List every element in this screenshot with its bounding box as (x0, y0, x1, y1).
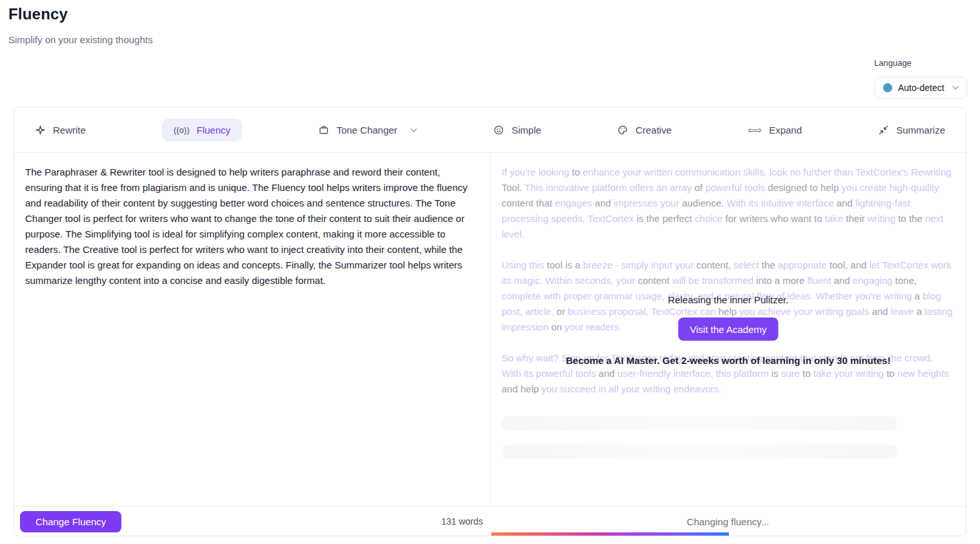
footer-left: Change Fluency 131 words (14, 507, 490, 536)
tab-creative[interactable]: Creative (617, 125, 671, 136)
tab-tone-changer[interactable]: Tone Changer (318, 125, 417, 136)
source-text: The Paraphraser & Rewriter tool is desig… (25, 166, 467, 286)
card-footer: Change Fluency 131 words Changing fluenc… (14, 506, 966, 536)
source-text-editor[interactable]: The Paraphraser & Rewriter tool is desig… (14, 153, 490, 506)
tab-simple[interactable]: Simple (493, 125, 541, 136)
output-panel: If you're looking to enhance your writte… (490, 153, 966, 506)
tab-expand[interactable]: ⇦⇨ Expand (748, 125, 802, 136)
tab-label: Tone Changer (336, 125, 397, 136)
page-title: Fluency (8, 5, 152, 23)
tab-label: Creative (635, 125, 671, 136)
page-header: Fluency Simplify on your existing though… (8, 5, 152, 45)
skeleton-loading-bar (502, 445, 897, 459)
tool-tabs: Rewrite ((o)) Fluency Tone Changer (14, 108, 966, 153)
fluency-page: Fluency Simplify on your existing though… (0, 0, 980, 544)
briefcase-icon (318, 125, 329, 136)
language-dropdown[interactable]: Auto-detect (874, 77, 967, 99)
language-label: Language (874, 58, 967, 68)
fluency-waves-icon: ((o)) (174, 125, 190, 135)
visit-academy-button[interactable]: Visit the Academy (679, 317, 779, 341)
tab-label: Fluency (197, 125, 231, 136)
rewriter-card: Rewrite ((o)) Fluency Tone Changer (14, 107, 966, 536)
tab-label: Expand (769, 125, 802, 136)
palette-icon (617, 125, 628, 136)
collapse-arrows-icon (878, 125, 889, 136)
tab-rewrite[interactable]: Rewrite (35, 125, 86, 136)
tab-label: Simple (511, 125, 541, 136)
language-selected-value: Auto-detect (898, 83, 947, 93)
smiley-icon (493, 125, 504, 136)
overlay-message: Releasing the inner Pulitzer. (491, 292, 966, 308)
progress-bar (491, 532, 729, 536)
processing-status: Changing fluency... (490, 516, 966, 527)
language-selector: Language Auto-detect (874, 58, 967, 99)
sparkle-icon (35, 125, 46, 136)
tab-label: Rewrite (53, 125, 86, 136)
globe-icon (883, 83, 893, 93)
chevron-down-icon (952, 86, 959, 90)
tab-summarize[interactable]: Summarize (878, 125, 945, 136)
word-count: 131 words (441, 516, 483, 527)
expand-arrows-icon: ⇦⇨ (748, 125, 762, 135)
page-subtitle: Simplify on your existing thoughts (8, 34, 152, 45)
skeleton-loading-bar (502, 416, 897, 430)
change-fluency-button[interactable]: Change Fluency (20, 511, 121, 532)
chevron-down-icon (411, 128, 417, 132)
tab-fluency[interactable]: ((o)) Fluency (162, 119, 242, 141)
tab-label: Summarize (896, 125, 945, 136)
editor-content: The Paraphraser & Rewriter tool is desig… (14, 153, 966, 506)
overlay-promo-message: Become a AI Master. Get 2-weeks worth of… (491, 353, 966, 368)
